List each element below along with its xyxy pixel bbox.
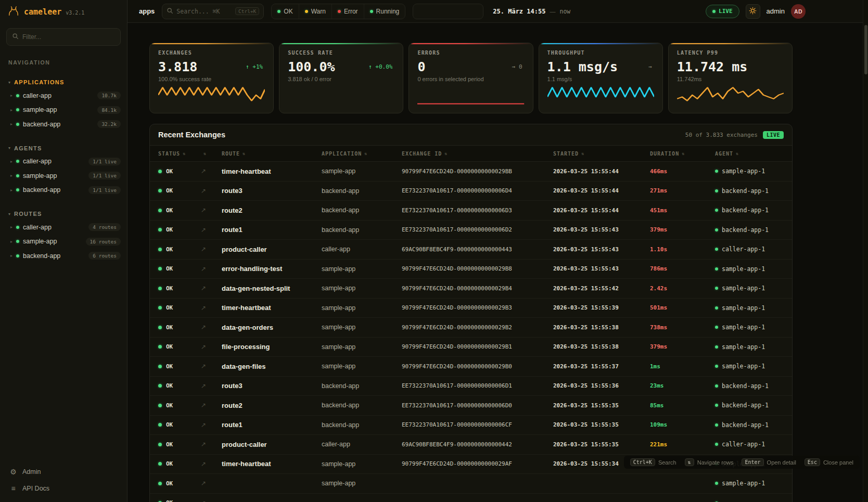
sidebar-item[interactable]: ▸ sample-app 84.1k: [0, 103, 127, 118]
status-dot: [16, 108, 19, 111]
open-link-icon[interactable]: ↗: [201, 304, 206, 312]
status-filter-chip[interactable]: Warn: [299, 4, 332, 19]
open-link-icon[interactable]: ↗: [201, 343, 206, 351]
time-range-button[interactable]: [414, 5, 425, 18]
stat-subtext: 100.0% success rate: [158, 76, 265, 82]
sidebar-item[interactable]: ▸ backend-app 6 routes: [0, 249, 127, 263]
open-link-icon[interactable]: ↗: [201, 499, 206, 502]
column-header[interactable]: STARTED ⇅: [553, 151, 650, 157]
status-filter-chip[interactable]: Running: [364, 4, 405, 19]
started-time: 2026-03-25 15:55:35: [553, 402, 650, 409]
stat-subtext: 3.818 ok / 0 error: [288, 76, 394, 82]
sidebar-section-header[interactable]: ▾ AGENTS: [0, 142, 127, 155]
sidebar-item[interactable]: ▸ sample-app 1/1 live: [0, 169, 127, 183]
table-row[interactable]: OK ↗: [150, 494, 792, 502]
open-link-icon[interactable]: ↗: [201, 285, 206, 292]
open-link-icon[interactable]: ↗: [201, 207, 206, 214]
scrollbar-thumb[interactable]: [864, 25, 867, 74]
time-range-button[interactable]: [437, 5, 448, 18]
live-toggle[interactable]: LIVE: [706, 5, 739, 18]
started-time: 2026-03-25 15:55:36: [553, 382, 650, 389]
open-link-icon[interactable]: ↗: [201, 460, 206, 468]
stat-main: 1.1 msg/s →: [547, 59, 654, 74]
agent-name: sample-app-1: [722, 363, 765, 370]
open-link-cell: ↗: [201, 460, 222, 468]
agent-cell: sample-app-1: [715, 304, 784, 312]
table-row[interactable]: OK ↗ sample-app s: [150, 474, 792, 494]
column-header[interactable]: STATUS ⇅: [158, 151, 201, 157]
search-input[interactable]: [176, 8, 232, 15]
table-row[interactable]: OK ↗ route3 backend-app EE7322370A10617-…: [150, 182, 792, 201]
filter-input[interactable]: [22, 33, 115, 41]
sidebar-item[interactable]: ▸ caller-app 1/1 live: [0, 155, 127, 169]
column-header[interactable]: APPLICATION ⇅: [322, 151, 402, 157]
status-label: OK: [166, 324, 173, 331]
sidebar-section-header[interactable]: ▾ ROUTES: [0, 208, 127, 220]
time-range-button[interactable]: [460, 5, 470, 18]
stat-card: ERRORS 0 → 0 0 errors in selected period: [409, 43, 533, 113]
open-link-icon[interactable]: ↗: [201, 265, 206, 273]
sidebar-item[interactable]: ▸ caller-app 4 routes: [0, 220, 127, 235]
time-range-button[interactable]: [449, 5, 459, 18]
table-row[interactable]: OK ↗ timer-heartbeat sample-app 90799F47…: [150, 162, 792, 182]
table-row[interactable]: OK ↗ product-caller caller-app 69AC90BF8…: [150, 240, 792, 260]
status-filter-label: OK: [284, 8, 292, 15]
section-items: ▸ caller-app 4 routes ▸ sample-app 16 ro…: [0, 220, 127, 263]
column-header[interactable]: AGENT ⇅: [715, 151, 784, 157]
global-search-box[interactable]: Ctrl+K: [162, 4, 264, 19]
sidebar-item[interactable]: ▸ sample-app 16 routes: [0, 235, 127, 249]
open-link-icon[interactable]: ↗: [201, 441, 206, 448]
agent-name: backend-app-1: [722, 207, 769, 214]
table-row[interactable]: OK ↗ data-gen-orders sample-app 90799F47…: [150, 318, 792, 338]
sidebar-item[interactable]: ▸ caller-app 10.7k: [0, 88, 127, 103]
sidebar-item[interactable]: ▸ backend-app 1/1 live: [0, 183, 127, 198]
table-row[interactable]: OK ↗ product-caller caller-app 69AC90BF8…: [150, 435, 792, 455]
table-row[interactable]: OK ↗ route3 backend-app EE7322370A10617-…: [150, 377, 792, 396]
sidebar-section-header[interactable]: ▾ APPLICATIONS: [0, 76, 127, 88]
status-cell: OK: [158, 480, 201, 487]
theme-toggle[interactable]: [746, 4, 760, 19]
accent-line: [150, 43, 273, 44]
open-link-cell: ↗: [201, 421, 222, 429]
column-header[interactable]: DURATION ⇅: [650, 151, 715, 157]
open-link-icon[interactable]: ↗: [201, 421, 206, 429]
open-link-icon[interactable]: ↗: [201, 246, 206, 253]
route-name: route3: [222, 187, 322, 195]
status-filter-chip[interactable]: OK: [272, 4, 299, 19]
table-row[interactable]: OK ↗ route1 backend-app EE7322370A10617-…: [150, 221, 792, 240]
column-header[interactable]: ROUTE ⇅: [222, 151, 322, 157]
status-filter-chip[interactable]: Error: [332, 4, 364, 19]
route-name: route1: [222, 226, 322, 234]
status-cell: OK: [158, 421, 201, 428]
open-link-icon[interactable]: ↗: [201, 187, 206, 195]
sidebar-filter-box[interactable]: [6, 28, 121, 46]
agent-dot: [715, 365, 718, 368]
time-range-button[interactable]: [471, 5, 482, 18]
sidebar-item-badge: 32.2k: [97, 120, 121, 128]
open-link-icon[interactable]: ↗: [201, 382, 206, 390]
table-row[interactable]: OK ↗ data-gen-files sample-app 90799F47E…: [150, 357, 792, 377]
column-header[interactable]: ⇅: [201, 151, 222, 156]
sidebar-item[interactable]: ▸ backend-app 32.2k: [0, 117, 127, 132]
time-range-button[interactable]: [426, 5, 436, 18]
scrollbar[interactable]: [863, 0, 868, 502]
open-link-icon[interactable]: ↗: [201, 363, 206, 370]
open-link-icon[interactable]: ↗: [201, 324, 206, 331]
open-link-icon[interactable]: ↗: [201, 480, 206, 487]
table-row[interactable]: OK ↗ route2 backend-app EE7322370A10617-…: [150, 396, 792, 416]
table-row[interactable]: OK ↗ file-processing sample-app 90799F47…: [150, 338, 792, 357]
sidebar-item-admin[interactable]: ⚙ Admin: [0, 464, 127, 480]
chevron-right-icon: ▸: [10, 93, 12, 98]
table-row[interactable]: OK ↗ timer-heartbeat sample-app 90799F47…: [150, 299, 792, 318]
table-row[interactable]: OK ↗ data-gen-nested-split sample-app 90…: [150, 279, 792, 299]
status-dot: [16, 123, 19, 126]
sidebar-item-api-docs[interactable]: ≡ API Docs: [0, 480, 127, 497]
table-row[interactable]: OK ↗ route2 backend-app EE7322370A10617-…: [150, 201, 792, 221]
column-header[interactable]: EXCHANGE ID ⇅: [402, 151, 553, 157]
open-link-icon[interactable]: ↗: [201, 168, 206, 175]
avatar[interactable]: AD: [791, 4, 806, 19]
table-row[interactable]: OK ↗ route1 backend-app EE7322370A10617-…: [150, 416, 792, 435]
table-row[interactable]: OK ↗ error-handling-test sample-app 9079…: [150, 260, 792, 279]
open-link-icon[interactable]: ↗: [201, 402, 206, 409]
open-link-icon[interactable]: ↗: [201, 226, 206, 234]
